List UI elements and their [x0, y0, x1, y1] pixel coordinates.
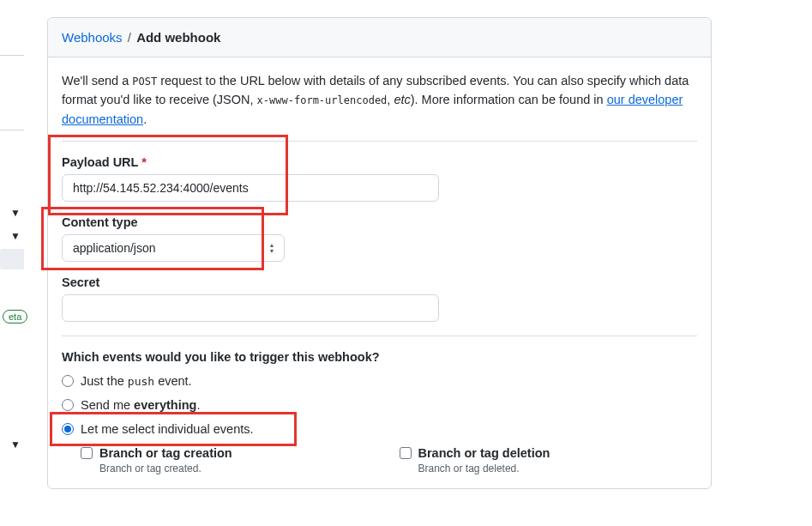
payload-url-label: Payload URL *: [62, 155, 697, 169]
radio-icon: [62, 423, 74, 435]
active-nav-row[interactable]: [0, 249, 24, 269]
intro-frag: ). More information can be found in: [411, 93, 607, 106]
content-type-value: application/json: [73, 241, 274, 255]
chevron-down-icon[interactable]: ▼: [0, 203, 24, 222]
panel-body: We'll send a POST request to the URL bel…: [48, 57, 711, 488]
checkbox-branch-create[interactable]: [81, 447, 93, 459]
payload-url-group: Payload URL *: [62, 155, 697, 202]
secret-group: Secret: [62, 275, 697, 322]
breadcrumb-sep: /: [123, 30, 137, 45]
checkbox-branch-delete[interactable]: [400, 447, 412, 459]
payload-url-input[interactable]: [62, 174, 439, 202]
content-type-group: Content type application/json ▲▼: [62, 215, 697, 262]
radio-label: Let me select individual events.: [81, 422, 254, 436]
event-desc: Branch or tag deleted.: [418, 463, 698, 475]
chevron-down-icon[interactable]: ▼: [0, 435, 24, 454]
enc-code: x-www-form-urlencoded: [257, 94, 388, 106]
radio-just-push[interactable]: Just the push event.: [62, 374, 697, 388]
content-type-select[interactable]: application/json ▲▼: [62, 234, 285, 262]
event-branch-delete: Branch or tag deletion Branch or tag del…: [400, 446, 698, 475]
secret-input[interactable]: [62, 294, 439, 322]
beta-badge: eta: [3, 310, 27, 323]
event-branch-create: Branch or tag creation Branch or tag cre…: [81, 446, 379, 475]
radio-everything[interactable]: Send me everything.: [62, 398, 697, 412]
secret-label: Secret: [62, 275, 697, 289]
required-star-icon: *: [141, 155, 147, 169]
event-options: Branch or tag creation Branch or tag cre…: [81, 446, 697, 475]
intro-text: We'll send a POST request to the URL bel…: [62, 71, 697, 129]
content-type-label: Content type: [62, 215, 697, 229]
radio-icon: [62, 399, 74, 411]
intro-frag: .: [143, 112, 147, 126]
chevron-down-icon[interactable]: ▼: [0, 227, 24, 245]
event-desc: Branch or tag created.: [99, 463, 379, 475]
intro-frag: We'll send a: [62, 74, 132, 88]
gutter-divider: [0, 55, 24, 56]
gutter-divider: [0, 130, 24, 130]
breadcrumb-current: Add webhook: [136, 30, 220, 45]
label-text: Payload URL: [62, 155, 138, 169]
events-question: Which events would you like to trigger t…: [62, 350, 697, 364]
left-gutter: ▼ ▼ eta ▼: [0, 0, 26, 454]
breadcrumb: Webhooks / Add webhook: [48, 18, 711, 57]
webhook-panel: Webhooks / Add webhook We'll send a POST…: [47, 17, 712, 489]
post-code: POST: [132, 76, 157, 88]
radio-label: Send me everything.: [81, 398, 200, 412]
radio-icon: [62, 375, 74, 387]
divider: [62, 141, 697, 142]
event-title: Branch or tag creation: [99, 446, 232, 460]
radio-label: Just the push event.: [81, 374, 192, 388]
intro-etc: etc: [394, 93, 410, 106]
radio-individual[interactable]: Let me select individual events.: [62, 422, 697, 436]
select-caret-icon: ▲▼: [263, 239, 280, 257]
event-title: Branch or tag deletion: [418, 446, 550, 460]
breadcrumb-root-link[interactable]: Webhooks: [62, 30, 123, 45]
divider: [62, 336, 697, 336]
